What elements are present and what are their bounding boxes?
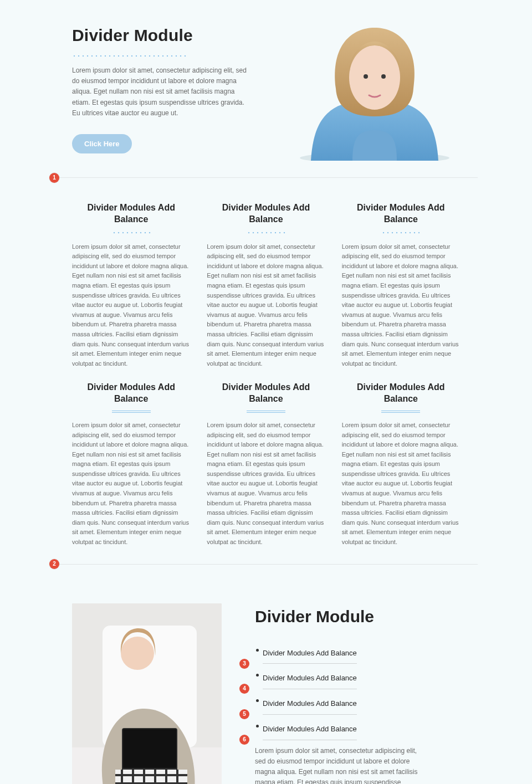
feature-body: Lorem ipsum dolor sit amet, consectetur … xyxy=(342,421,460,547)
lower-title: Divider Module xyxy=(255,603,460,630)
cta-button[interactable]: Click Here xyxy=(72,134,132,153)
list-divider xyxy=(263,689,357,689)
list-marker: 5 xyxy=(239,709,249,719)
feature-title: Divider Modules Add Balance xyxy=(72,202,190,226)
feature-cell: Divider Modules Add BalanceLorem ipsum d… xyxy=(72,202,190,368)
list-marker: 3 xyxy=(239,659,249,669)
feature-body: Lorem ipsum dolor sit amet, consectetur … xyxy=(207,242,325,369)
dotted-divider-icon xyxy=(112,231,151,234)
hero-section: Divider Module Lorem ipsum dolor sit ame… xyxy=(0,22,532,177)
double-line-divider-icon xyxy=(112,411,151,413)
list-item: Divider Modules Add Balance4 xyxy=(255,669,460,689)
bullet-icon xyxy=(256,725,259,727)
bullet-icon xyxy=(256,699,259,702)
feature-body: Lorem ipsum dolor sit amet, consectetur … xyxy=(207,421,325,547)
hero-body: Lorem ipsum dolor sit amet, consectetur … xyxy=(72,65,249,119)
hero-image xyxy=(272,22,478,161)
list-divider xyxy=(263,663,357,664)
section-marker-2: 2 xyxy=(49,559,59,569)
dotted-divider-icon xyxy=(247,231,285,234)
svg-point-1 xyxy=(349,45,400,110)
lower-body: Lorem ipsum dolor sit amet, consectetur … xyxy=(255,746,421,784)
feature-title: Divider Modules Add Balance xyxy=(342,382,460,405)
feature-title: Divider Modules Add Balance xyxy=(207,382,325,405)
svg-rect-8 xyxy=(123,729,176,768)
double-line-divider-icon xyxy=(381,411,420,413)
feature-title: Divider Modules Add Balance xyxy=(207,202,325,226)
section-divider xyxy=(54,564,478,565)
feature-body: Lorem ipsum dolor sit amet, consectetur … xyxy=(72,421,190,547)
dotted-divider-icon xyxy=(381,231,420,234)
list-item-label: Divider Modules Add Balance xyxy=(263,644,460,664)
feature-cell: Divider Modules Add BalanceLorem ipsum d… xyxy=(342,382,460,547)
divider-list: Divider Modules Add Balance3Divider Modu… xyxy=(255,644,460,740)
double-line-divider-icon xyxy=(247,411,285,413)
dotted-divider-icon xyxy=(72,54,188,58)
list-item: Divider Modules Add Balance6 xyxy=(255,720,460,740)
section-divider xyxy=(54,177,478,178)
bullet-icon xyxy=(256,674,259,677)
feature-cell: Divider Modules Add BalanceLorem ipsum d… xyxy=(207,382,325,547)
svg-point-9 xyxy=(121,637,154,670)
hero-title: Divider Module xyxy=(72,22,249,49)
section-marker-1: 1 xyxy=(49,173,59,183)
list-divider xyxy=(263,740,357,740)
feature-cell: Divider Modules Add BalanceLorem ipsum d… xyxy=(72,382,190,547)
list-item: Divider Modules Add Balance5 xyxy=(255,695,460,715)
svg-point-2 xyxy=(364,74,368,79)
feature-cell: Divider Modules Add BalanceLorem ipsum d… xyxy=(207,202,325,368)
list-divider xyxy=(263,714,357,715)
list-item-label: Divider Modules Add Balance xyxy=(263,695,460,714)
feature-title: Divider Modules Add Balance xyxy=(342,202,460,226)
lower-section: Divider Module Divider Modules Add Balan… xyxy=(0,565,532,784)
feature-cell: Divider Modules Add BalanceLorem ipsum d… xyxy=(342,202,460,368)
list-item-label: Divider Modules Add Balance xyxy=(263,720,460,740)
lower-image xyxy=(72,603,222,784)
feature-grid: Divider Modules Add BalanceLorem ipsum d… xyxy=(0,178,532,564)
list-marker: 6 xyxy=(239,735,249,745)
bullet-icon xyxy=(256,649,259,652)
feature-body: Lorem ipsum dolor sit amet, consectetur … xyxy=(342,242,460,369)
list-item-label: Divider Modules Add Balance xyxy=(263,669,460,689)
feature-title: Divider Modules Add Balance xyxy=(72,382,190,405)
list-marker: 4 xyxy=(239,684,249,694)
svg-point-3 xyxy=(381,74,386,79)
feature-body: Lorem ipsum dolor sit amet, consectetur … xyxy=(72,242,190,369)
list-item: Divider Modules Add Balance3 xyxy=(255,644,460,664)
